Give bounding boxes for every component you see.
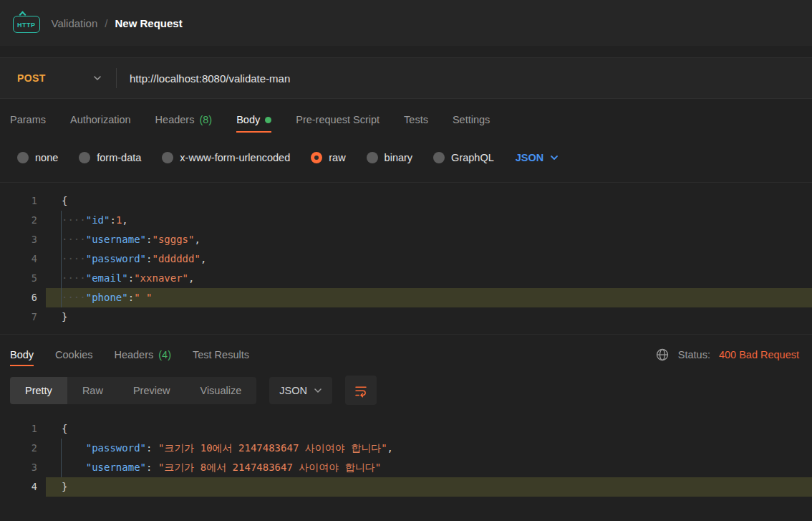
breadcrumb-request-name[interactable]: New Request	[115, 17, 182, 29]
response-language-label: JSON	[279, 385, 307, 396]
code-line-3[interactable]: 3 "username": "크기가 8에서 2147483647 사이여야 합…	[0, 458, 812, 477]
code-token-punct: {	[62, 195, 67, 206]
response-tab-body[interactable]: Body	[10, 335, 34, 374]
tab-label: Params	[10, 114, 46, 125]
response-language-select[interactable]: JSON	[269, 377, 332, 404]
code-token-string: "sgggs"	[152, 234, 194, 245]
code-token-punct: ,	[188, 272, 194, 284]
code-token-ws	[62, 442, 86, 454]
code-token-string: "dddddd"	[152, 253, 200, 264]
body-type-row: noneform-datax-www-form-urlencodedrawbin…	[0, 140, 812, 182]
code-line-4[interactable]: 4}	[0, 477, 812, 497]
badge-label: HTTP	[17, 21, 36, 29]
code-content: ····"email":"xxnaver",	[46, 269, 812, 288]
code-token-punct: :	[146, 442, 158, 454]
method-label: POST	[17, 72, 46, 84]
code-token-ws: ····	[62, 272, 86, 284]
request-tab-headers[interactable]: Headers(8)	[155, 99, 213, 140]
status-label: Status:	[678, 349, 710, 360]
response-view-controls: PrettyRawPreviewVisualize JSON	[0, 374, 812, 414]
code-content: {	[46, 191, 812, 211]
code-content: }	[46, 477, 812, 497]
body-type-x-www-form-urlencoded[interactable]: x-www-form-urlencoded	[162, 152, 290, 163]
request-tab-params[interactable]: Params	[10, 99, 46, 140]
line-number: 6	[0, 288, 46, 307]
request-body-editor[interactable]: 1{2····"id":1,3····"username":"sgggs",4·…	[0, 182, 812, 334]
radio-label: none	[35, 152, 58, 163]
code-token-ws: ····	[62, 214, 86, 226]
code-token-punct: ,	[200, 253, 206, 264]
body-type-binary[interactable]: binary	[367, 152, 413, 163]
response-tab-cookies[interactable]: Cookies	[55, 335, 92, 374]
body-type-none[interactable]: none	[17, 152, 58, 163]
code-line-6[interactable]: 6····"phone":" "	[0, 288, 812, 307]
tab-label: Body	[236, 114, 260, 125]
tab-label: Body	[10, 349, 34, 360]
line-number: 3	[0, 458, 46, 477]
body-type-raw[interactable]: raw	[311, 152, 345, 163]
tab-label: Pre-request Script	[296, 114, 380, 125]
code-token-key: "password"	[86, 442, 146, 454]
code-token-punct: ,	[122, 214, 127, 226]
code-token-punct: }	[62, 311, 67, 322]
line-number: 2	[0, 211, 46, 230]
code-line-1[interactable]: 1{	[0, 191, 812, 211]
response-body-editor[interactable]: 1{2 "password": "크기가 10에서 2147483647 사이여…	[0, 414, 812, 504]
radio-icon	[79, 152, 90, 163]
code-line-2[interactable]: 2 "password": "크기가 10에서 2147483647 사이여야 …	[0, 439, 812, 458]
response-tab-test-results[interactable]: Test Results	[193, 335, 249, 374]
status-value[interactable]: 400 Bad Request	[719, 349, 799, 360]
body-type-form-data[interactable]: form-data	[79, 152, 141, 163]
view-tab-pretty[interactable]: Pretty	[10, 377, 67, 404]
tab-label: Cookies	[55, 349, 92, 360]
request-tab-pre-request-script[interactable]: Pre-request Script	[296, 99, 380, 140]
code-token-ws: ····	[62, 234, 86, 245]
url-input[interactable]	[117, 58, 812, 98]
code-line-5[interactable]: 5····"email":"xxnaver",	[0, 269, 812, 288]
line-number: 1	[0, 191, 46, 211]
request-tabs: ParamsAuthorizationHeaders(8)BodyPre-req…	[0, 99, 812, 140]
code-content: "password": "크기가 10에서 2147483647 사이여야 합니…	[46, 439, 812, 458]
method-select[interactable]: POST	[0, 58, 116, 98]
code-token-string: "xxnaver"	[134, 272, 188, 284]
app-header: HTTP Validation / New Request	[0, 0, 812, 46]
tab-label: Test Results	[193, 349, 249, 360]
code-line-7[interactable]: 7}	[0, 307, 812, 327]
response-tab-headers[interactable]: Headers(4)	[114, 335, 171, 374]
breadcrumb-collection[interactable]: Validation	[52, 17, 98, 29]
badge-arrow-icon	[19, 11, 26, 19]
code-line-3[interactable]: 3····"username":"sgggs",	[0, 230, 812, 249]
request-language-label: JSON	[516, 152, 544, 163]
code-token-punct: ,	[194, 234, 200, 245]
code-line-4[interactable]: 4····"password":"dddddd",	[0, 249, 812, 269]
code-token-key: "password"	[86, 253, 146, 264]
view-tab-preview[interactable]: Preview	[118, 377, 185, 404]
request-tab-tests[interactable]: Tests	[404, 99, 428, 140]
code-token-key: "email"	[86, 272, 128, 284]
code-token-ws	[62, 462, 86, 473]
response-tabs: BodyCookiesHeaders(4)Test Results	[10, 335, 249, 374]
view-tab-raw[interactable]: Raw	[67, 377, 118, 404]
globe-icon[interactable]	[655, 348, 670, 362]
request-tab-settings[interactable]: Settings	[453, 99, 490, 140]
request-language-select[interactable]: JSON	[516, 152, 559, 163]
tab-label: Authorization	[70, 114, 131, 125]
code-content: }	[46, 307, 812, 327]
radio-label: form-data	[97, 152, 141, 163]
code-token-key: "username"	[86, 462, 146, 473]
body-type-options: noneform-datax-www-form-urlencodedrawbin…	[17, 152, 494, 163]
code-token-punct: ,	[387, 442, 393, 454]
response-status-area: Status: 400 Bad Request	[655, 348, 799, 362]
code-line-1[interactable]: 1{	[0, 419, 812, 439]
view-tab-visualize[interactable]: Visualize	[185, 377, 256, 404]
body-type-graphql[interactable]: GraphQL	[433, 152, 494, 163]
tab-count: (8)	[199, 114, 212, 125]
code-token-ws: ····	[62, 253, 86, 264]
request-tab-body[interactable]: Body	[236, 99, 271, 140]
code-line-2[interactable]: 2····"id":1,	[0, 211, 812, 230]
code-content: ····"password":"dddddd",	[46, 249, 812, 269]
code-token-punct: :	[128, 272, 134, 284]
code-token-key: "phone"	[86, 292, 128, 303]
request-tab-authorization[interactable]: Authorization	[70, 99, 131, 140]
wrap-text-button[interactable]	[345, 376, 377, 405]
